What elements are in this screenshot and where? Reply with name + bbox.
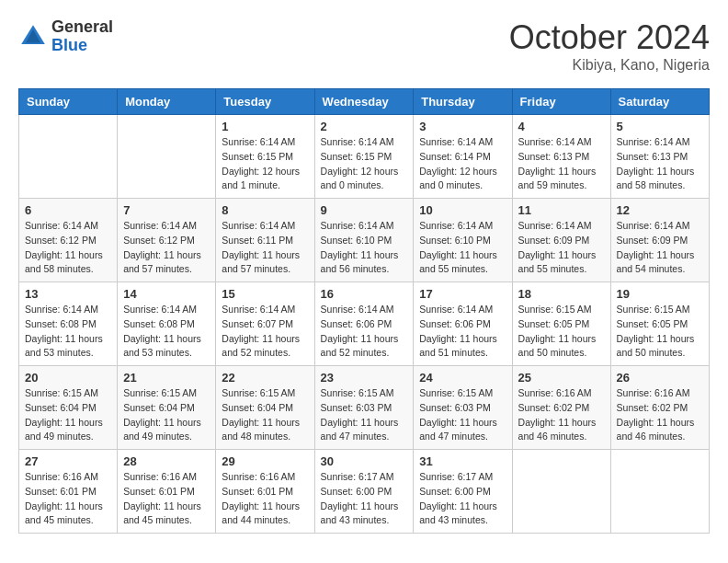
day-detail: Sunrise: 6:16 AMSunset: 6:02 PMDaylight:… [518,386,605,444]
calendar-week-5: 27Sunrise: 6:16 AMSunset: 6:01 PMDayligh… [19,450,710,534]
calendar-cell: 14Sunrise: 6:14 AMSunset: 6:08 PMDayligh… [118,282,216,366]
day-number: 29 [222,454,308,468]
day-number: 12 [617,203,703,217]
calendar-cell: 18Sunrise: 6:15 AMSunset: 6:05 PMDayligh… [512,282,610,366]
day-number: 25 [518,371,605,385]
header-sunday: Sunday [19,89,118,115]
day-number: 1 [222,120,308,133]
day-detail: Sunrise: 6:17 AMSunset: 6:00 PMDaylight:… [419,470,506,528]
day-number: 13 [25,287,111,301]
day-detail: Sunrise: 6:14 AMSunset: 6:12 PMDaylight:… [25,219,111,277]
day-detail: Sunrise: 6:14 AMSunset: 6:15 PMDaylight:… [222,135,308,193]
day-number: 23 [321,371,408,385]
day-number: 11 [518,203,605,217]
calendar-cell [610,450,709,534]
day-number: 20 [25,371,111,385]
calendar-cell: 13Sunrise: 6:14 AMSunset: 6:08 PMDayligh… [19,282,118,366]
calendar-cell: 31Sunrise: 6:17 AMSunset: 6:00 PMDayligh… [414,450,512,534]
day-detail: Sunrise: 6:14 AMSunset: 6:15 PMDaylight:… [321,135,408,193]
calendar-cell [512,450,610,534]
header-saturday: Saturday [610,89,709,115]
day-number: 17 [419,287,506,301]
day-number: 3 [419,120,506,133]
calendar-cell: 3Sunrise: 6:14 AMSunset: 6:14 PMDaylight… [414,115,512,199]
day-number: 9 [321,203,408,217]
logo-text: General Blue [51,18,113,55]
logo: General Blue [18,18,113,55]
calendar-cell: 19Sunrise: 6:15 AMSunset: 6:05 PMDayligh… [610,282,709,366]
calendar-cell: 25Sunrise: 6:16 AMSunset: 6:02 PMDayligh… [512,366,610,450]
day-number: 19 [617,287,703,301]
calendar-cell: 21Sunrise: 6:15 AMSunset: 6:04 PMDayligh… [118,366,216,450]
day-detail: Sunrise: 6:14 AMSunset: 6:13 PMDaylight:… [617,135,703,193]
logo-general-text: General [51,17,113,36]
calendar-cell: 16Sunrise: 6:14 AMSunset: 6:06 PMDayligh… [314,282,414,366]
day-detail: Sunrise: 6:14 AMSunset: 6:10 PMDaylight:… [321,219,408,277]
day-detail: Sunrise: 6:16 AMSunset: 6:01 PMDaylight:… [222,470,308,528]
calendar-cell: 27Sunrise: 6:16 AMSunset: 6:01 PMDayligh… [19,450,118,534]
day-detail: Sunrise: 6:14 AMSunset: 6:12 PMDaylight:… [123,219,210,277]
calendar-cell: 5Sunrise: 6:14 AMSunset: 6:13 PMDaylight… [610,115,709,199]
calendar-week-2: 6Sunrise: 6:14 AMSunset: 6:12 PMDaylight… [19,199,710,282]
calendar-cell: 11Sunrise: 6:14 AMSunset: 6:09 PMDayligh… [512,199,610,282]
calendar-cell: 8Sunrise: 6:14 AMSunset: 6:11 PMDaylight… [216,199,314,282]
calendar-cell: 29Sunrise: 6:16 AMSunset: 6:01 PMDayligh… [216,450,314,534]
calendar-cell: 23Sunrise: 6:15 AMSunset: 6:03 PMDayligh… [314,366,414,450]
day-number: 22 [222,371,308,385]
calendar-cell: 24Sunrise: 6:15 AMSunset: 6:03 PMDayligh… [414,366,512,450]
day-number: 30 [321,454,408,468]
day-number: 28 [123,454,210,468]
header-monday: Monday [118,89,216,115]
day-number: 16 [321,287,408,301]
header-friday: Friday [512,89,610,115]
day-number: 10 [419,203,506,217]
day-number: 4 [518,120,605,133]
day-detail: Sunrise: 6:14 AMSunset: 6:08 PMDaylight:… [123,303,210,361]
calendar-cell: 2Sunrise: 6:14 AMSunset: 6:15 PMDaylight… [314,115,414,199]
calendar-cell: 17Sunrise: 6:14 AMSunset: 6:06 PMDayligh… [414,282,512,366]
day-number: 6 [25,203,111,217]
calendar-cell: 4Sunrise: 6:14 AMSunset: 6:13 PMDaylight… [512,115,610,199]
day-detail: Sunrise: 6:16 AMSunset: 6:01 PMDaylight:… [25,470,111,528]
header-wednesday: Wednesday [314,89,414,115]
day-detail: Sunrise: 6:14 AMSunset: 6:08 PMDaylight:… [25,303,111,361]
calendar-cell: 12Sunrise: 6:14 AMSunset: 6:09 PMDayligh… [610,199,709,282]
calendar-week-1: 1Sunrise: 6:14 AMSunset: 6:15 PMDaylight… [19,115,710,199]
day-number: 27 [25,454,111,468]
day-detail: Sunrise: 6:14 AMSunset: 6:13 PMDaylight:… [518,135,605,193]
day-number: 7 [123,203,210,217]
day-number: 15 [222,287,308,301]
day-number: 31 [419,454,506,468]
calendar-cell [118,115,216,199]
day-detail: Sunrise: 6:14 AMSunset: 6:06 PMDaylight:… [419,303,506,361]
day-detail: Sunrise: 6:14 AMSunset: 6:06 PMDaylight:… [321,303,408,361]
calendar-cell: 30Sunrise: 6:17 AMSunset: 6:00 PMDayligh… [314,450,414,534]
logo-icon [18,22,48,52]
day-number: 14 [123,287,210,301]
day-number: 18 [518,287,605,301]
day-detail: Sunrise: 6:15 AMSunset: 6:04 PMDaylight:… [123,386,210,444]
day-detail: Sunrise: 6:14 AMSunset: 6:10 PMDaylight:… [419,219,506,277]
day-detail: Sunrise: 6:15 AMSunset: 6:04 PMDaylight:… [25,386,111,444]
header-thursday: Thursday [414,89,512,115]
calendar-cell [19,115,118,199]
day-detail: Sunrise: 6:14 AMSunset: 6:14 PMDaylight:… [419,135,506,193]
day-detail: Sunrise: 6:15 AMSunset: 6:04 PMDaylight:… [222,386,308,444]
day-detail: Sunrise: 6:16 AMSunset: 6:01 PMDaylight:… [123,470,210,528]
calendar-cell: 26Sunrise: 6:16 AMSunset: 6:02 PMDayligh… [610,366,709,450]
day-detail: Sunrise: 6:15 AMSunset: 6:03 PMDaylight:… [321,386,408,444]
calendar-header-row: Sunday Monday Tuesday Wednesday Thursday… [19,89,710,115]
day-detail: Sunrise: 6:15 AMSunset: 6:05 PMDaylight:… [617,303,703,361]
day-detail: Sunrise: 6:14 AMSunset: 6:11 PMDaylight:… [222,219,308,277]
calendar-cell: 7Sunrise: 6:14 AMSunset: 6:12 PMDaylight… [118,199,216,282]
logo-blue-text: Blue [51,36,87,54]
day-detail: Sunrise: 6:14 AMSunset: 6:07 PMDaylight:… [222,303,308,361]
day-detail: Sunrise: 6:14 AMSunset: 6:09 PMDaylight:… [617,219,703,277]
day-detail: Sunrise: 6:15 AMSunset: 6:03 PMDaylight:… [419,386,506,444]
calendar-week-4: 20Sunrise: 6:15 AMSunset: 6:04 PMDayligh… [19,366,710,450]
calendar-cell: 22Sunrise: 6:15 AMSunset: 6:04 PMDayligh… [216,366,314,450]
day-detail: Sunrise: 6:14 AMSunset: 6:09 PMDaylight:… [518,219,605,277]
day-detail: Sunrise: 6:16 AMSunset: 6:02 PMDaylight:… [617,386,703,444]
calendar-week-3: 13Sunrise: 6:14 AMSunset: 6:08 PMDayligh… [19,282,710,366]
day-detail: Sunrise: 6:17 AMSunset: 6:00 PMDaylight:… [321,470,408,528]
